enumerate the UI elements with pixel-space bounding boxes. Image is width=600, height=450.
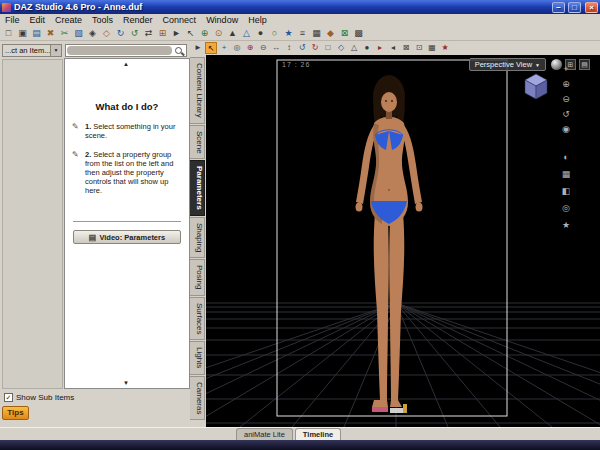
tips-button[interactable]: Tips	[2, 406, 29, 420]
side-tab[interactable]: Scene	[190, 125, 205, 160]
tool-icon[interactable]: △	[240, 27, 253, 40]
scroll-up-icon[interactable]: ▲	[123, 61, 129, 67]
tool-icon[interactable]: ▣	[16, 27, 29, 40]
help-steps: ✎ 1.Select something in your scene. ✎ 2.…	[65, 122, 189, 195]
tool-icon[interactable]: ⊕	[198, 27, 211, 40]
viewport[interactable]: 17 : 26 Perspective View ▼ ⊞ ▤ + ⊕ ⊖ ↺ ◉…	[206, 55, 600, 427]
tool-icon[interactable]: ✖	[44, 27, 57, 40]
scroll-down-icon[interactable]: ▼	[123, 380, 129, 386]
tool-icon[interactable]: ○	[268, 27, 281, 40]
search-icon[interactable]	[174, 46, 184, 56]
eye-left	[385, 100, 387, 102]
search-field-fill	[67, 46, 172, 55]
tool-icon[interactable]: ◆	[324, 27, 337, 40]
tool-icon[interactable]: ●	[254, 27, 267, 40]
tool-icon[interactable]: ◂	[387, 42, 399, 54]
tool-icon[interactable]: ↔	[270, 42, 282, 54]
menu-item[interactable]: Tools	[87, 14, 118, 26]
tool-icon[interactable]: ▦	[310, 27, 323, 40]
side-tab[interactable]: Content Library	[190, 57, 205, 124]
tool-icon[interactable]: ▦	[426, 42, 438, 54]
tool-icon[interactable]: ▸	[374, 42, 386, 54]
tool-icon[interactable]: ★	[282, 27, 295, 40]
tool-icon[interactable]: ↕	[283, 42, 295, 54]
menu-item[interactable]: Help	[243, 14, 272, 26]
viewport-nav-icon[interactable]: ⊖	[560, 93, 572, 105]
tool-icon[interactable]: ◎	[231, 42, 243, 54]
tool-icon[interactable]: ↖	[184, 27, 197, 40]
view-selector[interactable]: Perspective View ▼	[469, 58, 546, 71]
search-input[interactable]	[65, 44, 187, 57]
camera-tool-icon[interactable]: ★	[560, 219, 572, 231]
window-title: DAZ Studio 4.6 Pro - Anne.duf	[14, 2, 549, 12]
tool-icon[interactable]: ⊞	[156, 27, 169, 40]
show-sub-items-option[interactable]: ✓ Show Sub Items	[4, 393, 74, 402]
tool-icon[interactable]: ▩	[352, 27, 365, 40]
viewport-options-icon[interactable]: ▤	[579, 59, 590, 70]
viewport-nav-icon[interactable]: ◉	[560, 123, 572, 135]
maximize-button[interactable]: □	[568, 2, 581, 13]
side-tab[interactable]: Shaping	[190, 217, 205, 258]
tool-icon[interactable]: ►	[192, 42, 204, 54]
viewport-nav-icon[interactable]: ⊕	[560, 78, 572, 90]
tool-icon[interactable]: ▤	[30, 27, 43, 40]
tool-icon[interactable]: ↺	[296, 42, 308, 54]
menu-item[interactable]: File	[0, 14, 25, 26]
show-sub-items-label: Show Sub Items	[16, 393, 74, 402]
property-group-list[interactable]	[2, 59, 63, 389]
tool-icon[interactable]: ◈	[86, 27, 99, 40]
camera-tool-icon[interactable]: ▦	[560, 168, 572, 180]
tool-icon[interactable]: ▲	[226, 27, 239, 40]
video-parameters-label: Video: Parameters	[99, 233, 165, 242]
camera-tool-icon[interactable]: ◎	[560, 202, 572, 214]
tool-icon[interactable]: ►	[170, 27, 183, 40]
tool-icon[interactable]: ≡	[296, 27, 309, 40]
tool-icon[interactable]: ◇	[100, 27, 113, 40]
title-bar: DAZ Studio 4.6 Pro - Anne.duf − □ ×	[0, 0, 600, 14]
tool-icon[interactable]: ⊡	[413, 42, 425, 54]
viewport-nav-icon[interactable]: +	[560, 63, 572, 75]
tool-icon[interactable]: △	[348, 42, 360, 54]
tool-icon[interactable]: ✂	[58, 27, 71, 40]
tool-icon[interactable]: ↻	[114, 27, 127, 40]
tool-icon[interactable]: ⊠	[400, 42, 412, 54]
tool-icon[interactable]: ↖	[205, 42, 217, 54]
viewport-nav-icon[interactable]: ↺	[560, 108, 572, 120]
scene-item-selector[interactable]: ...ct an Item... ▼	[2, 44, 62, 57]
tool-icon[interactable]: ▧	[72, 27, 85, 40]
show-sub-items-checkbox[interactable]: ✓	[4, 393, 13, 402]
tool-icon[interactable]: ●	[361, 42, 373, 54]
tool-icon[interactable]: ◇	[335, 42, 347, 54]
video-parameters-button[interactable]: ▤ Video: Parameters	[73, 230, 181, 244]
tool-icon[interactable]: ⊙	[212, 27, 225, 40]
tool-icon[interactable]: ★	[439, 42, 451, 54]
menu-item[interactable]: Window	[201, 14, 243, 26]
tool-icon[interactable]: ↻	[309, 42, 321, 54]
tool-icon[interactable]: ⊠	[338, 27, 351, 40]
view-cube-gizmo[interactable]	[522, 71, 550, 101]
side-tab[interactable]: Surfaces	[190, 297, 205, 341]
menu-item[interactable]: Connect	[158, 14, 202, 26]
chevron-down-icon[interactable]: ▼	[50, 45, 61, 56]
tool-icon[interactable]: ⇄	[142, 27, 155, 40]
separator	[73, 221, 181, 222]
viewport-3d-scene[interactable]	[206, 55, 600, 427]
side-tab[interactable]: Lights	[190, 341, 205, 374]
minimize-button[interactable]: −	[552, 2, 565, 13]
tool-icon[interactable]: ⊕	[244, 42, 256, 54]
camera-tool-icon[interactable]: ◧	[560, 185, 572, 197]
side-tab[interactable]: Posing	[190, 259, 205, 295]
camera-tool-icon[interactable]: ◐	[560, 151, 572, 163]
menu-item[interactable]: Render	[118, 14, 158, 26]
close-button[interactable]: ×	[585, 2, 598, 13]
side-tab[interactable]: Parameters	[190, 160, 205, 216]
tool-icon[interactable]: ⊖	[257, 42, 269, 54]
side-tab[interactable]: Cameras	[190, 376, 205, 420]
tool-icon[interactable]: ↺	[128, 27, 141, 40]
menu-item[interactable]: Edit	[25, 14, 51, 26]
menu-item[interactable]: Create	[50, 14, 87, 26]
tool-icon[interactable]: +	[218, 42, 230, 54]
tool-icon[interactable]: □	[2, 27, 15, 40]
tool-icon[interactable]: □	[322, 42, 334, 54]
help-step-text: 1.Select something in your scene.	[85, 122, 182, 140]
